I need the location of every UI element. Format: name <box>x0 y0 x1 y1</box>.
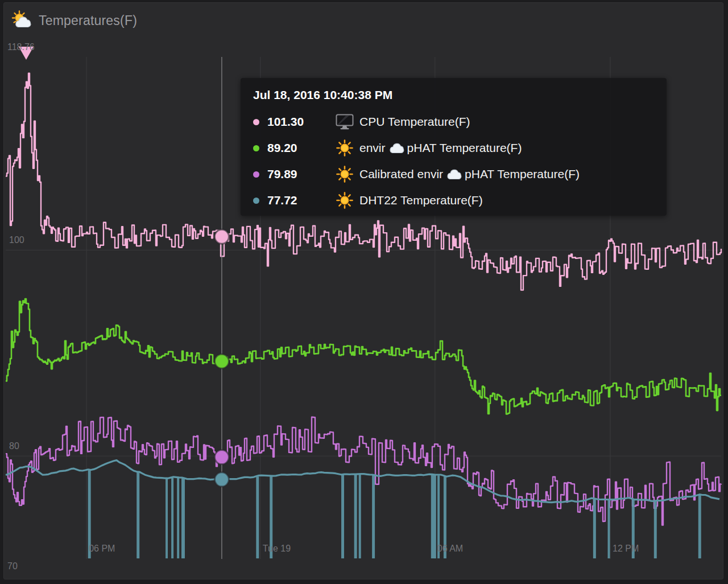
cloud-icon <box>388 142 404 154</box>
sun-icon <box>334 139 355 157</box>
series-label: envir pHAT Temperature(F) <box>359 141 522 155</box>
x-axis-label: 06 AM <box>437 544 463 554</box>
sun-icon <box>334 192 355 209</box>
tooltip-row: 101.30 CPU Temperature(F) <box>253 109 654 135</box>
chart-tooltip: Jul 18, 2016 10:40:38 PM 101.30 CPU Temp… <box>241 78 667 216</box>
series-label-text: DHT22 Temperature(F) <box>359 194 483 207</box>
series-label: DHT22 Temperature(F) <box>359 194 483 207</box>
series--calibrated-envir-phat-temperature-f- <box>6 417 721 525</box>
x-axis-label: Tue 19 <box>263 544 291 554</box>
series-color-dot <box>253 198 259 204</box>
hover-marker <box>214 229 229 244</box>
panel-header[interactable]: Temperatures(F) <box>11 8 137 33</box>
series-color-dot <box>253 171 259 178</box>
hover-marker <box>214 472 229 487</box>
series-color-dot <box>253 119 259 125</box>
y-axis-label: 80 <box>9 441 19 451</box>
series-label: Calibrated envir pHAT Temperature(F) <box>359 167 580 181</box>
cloud-icon <box>446 168 462 180</box>
series-value: 89.20 <box>267 141 334 155</box>
series-label-text: CPU Temperature(F) <box>359 115 470 129</box>
series-label: CPU Temperature(F) <box>359 115 470 129</box>
series--dht22-temperature-f- <box>6 460 719 503</box>
y-axis-label: 118.76 <box>7 42 35 52</box>
series-value: 101.30 <box>267 115 334 129</box>
tooltip-row: 79.89 Calibrated envir pHAT Temperature(… <box>253 161 654 187</box>
hover-marker <box>214 354 229 368</box>
tooltip-rows: 101.30 CPU Temperature(F)89.20 envir pHA… <box>253 109 654 213</box>
tooltip-row: 77.72 DHT22 Temperature(F) <box>253 187 654 213</box>
sun-behind-cloud-icon <box>11 10 34 31</box>
y-axis-label: 100 <box>9 235 24 245</box>
monitor-icon <box>334 113 355 130</box>
x-axis-label: 06 PM <box>89 544 115 554</box>
series-label-text: Calibrated envir <box>359 167 443 181</box>
series-color-dot <box>253 145 259 151</box>
tooltip-timestamp: Jul 18, 2016 10:40:38 PM <box>253 88 654 102</box>
hover-marker <box>214 450 229 464</box>
sun-icon <box>334 166 355 183</box>
x-axis-label: 12 PM <box>613 544 639 554</box>
series-value: 77.72 <box>267 194 334 207</box>
series-label-text: pHAT Temperature(F) <box>465 167 580 181</box>
y-axis-label: 70 <box>7 561 18 571</box>
series-label-text: envir <box>359 141 386 155</box>
series-value: 79.89 <box>267 167 334 181</box>
series--envir-phat-temperature-f- <box>6 299 721 414</box>
panel-title[interactable]: Temperatures(F) <box>39 13 137 28</box>
series-label-text: pHAT Temperature(F) <box>407 141 522 155</box>
temperature-panel-screen: Temperatures(F) 118.76100807006 PMTue 19… <box>0 0 728 584</box>
tooltip-row: 89.20 envir pHAT Temperature(F) <box>253 135 654 161</box>
